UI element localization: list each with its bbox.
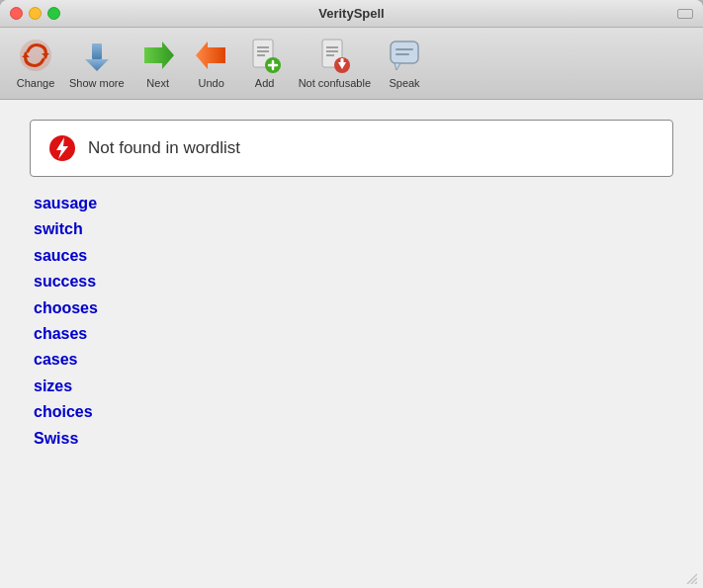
next-button[interactable]: Next <box>132 34 184 91</box>
not-confusable-label: Not confusable <box>299 77 371 89</box>
undo-icon <box>192 36 231 75</box>
list-item[interactable]: sausage <box>34 193 673 214</box>
window-controls <box>10 7 60 20</box>
maximize-button[interactable] <box>47 7 60 20</box>
svg-marker-5 <box>144 42 174 69</box>
list-item[interactable]: choices <box>34 401 673 423</box>
add-icon <box>245 36 285 75</box>
resize-corner-icon <box>683 570 697 584</box>
notconfusable-icon <box>314 36 354 75</box>
status-box: Not found in wordlist <box>30 120 673 177</box>
list-item[interactable]: Swiss <box>34 428 673 450</box>
resize-widget <box>677 9 693 19</box>
minimize-button[interactable] <box>29 7 42 20</box>
showmore-icon <box>77 36 117 75</box>
speak-label: Speak <box>389 77 419 89</box>
svg-marker-6 <box>196 42 225 69</box>
status-message: Not found in wordlist <box>88 138 240 158</box>
change-icon <box>16 36 55 75</box>
svg-line-28 <box>695 582 697 584</box>
speak-icon <box>385 36 424 75</box>
svg-rect-20 <box>341 58 344 64</box>
word-list: sausageswitchsaucessuccesschooseschasesc… <box>30 193 673 450</box>
list-item[interactable]: sizes <box>34 376 673 397</box>
svg-rect-21 <box>391 42 418 63</box>
titlebar: VeritySpell <box>0 0 703 28</box>
svg-rect-3 <box>92 43 102 59</box>
close-button[interactable] <box>10 7 23 20</box>
app-window: VeritySpell Change <box>0 0 703 588</box>
show-more-label: Show more <box>69 77 125 89</box>
error-icon <box>48 134 76 162</box>
change-button[interactable]: Change <box>10 34 61 91</box>
add-button[interactable]: Add <box>239 34 291 91</box>
list-item[interactable]: chooses <box>34 297 673 319</box>
list-item[interactable]: switch <box>34 218 673 240</box>
next-icon <box>138 36 178 75</box>
undo-label: Undo <box>198 77 223 89</box>
toolbar: Change Show more <box>0 28 703 100</box>
change-label: Change <box>17 77 55 89</box>
show-more-button[interactable]: Show more <box>63 34 131 91</box>
list-item[interactable]: chases <box>34 323 673 345</box>
window-title: VeritySpell <box>318 6 384 21</box>
add-label: Add <box>255 77 275 89</box>
content-area: Not found in wordlist sausageswitchsauce… <box>0 100 703 588</box>
list-item[interactable]: success <box>34 271 673 293</box>
svg-marker-4 <box>85 59 109 71</box>
list-item[interactable]: cases <box>34 349 673 371</box>
next-label: Next <box>146 77 169 89</box>
undo-button[interactable]: Undo <box>186 34 237 91</box>
svg-marker-22 <box>395 63 400 70</box>
speak-button[interactable]: Speak <box>379 34 430 91</box>
not-confusable-button[interactable]: Not confusable <box>293 34 377 91</box>
list-item[interactable]: sauces <box>34 245 673 267</box>
